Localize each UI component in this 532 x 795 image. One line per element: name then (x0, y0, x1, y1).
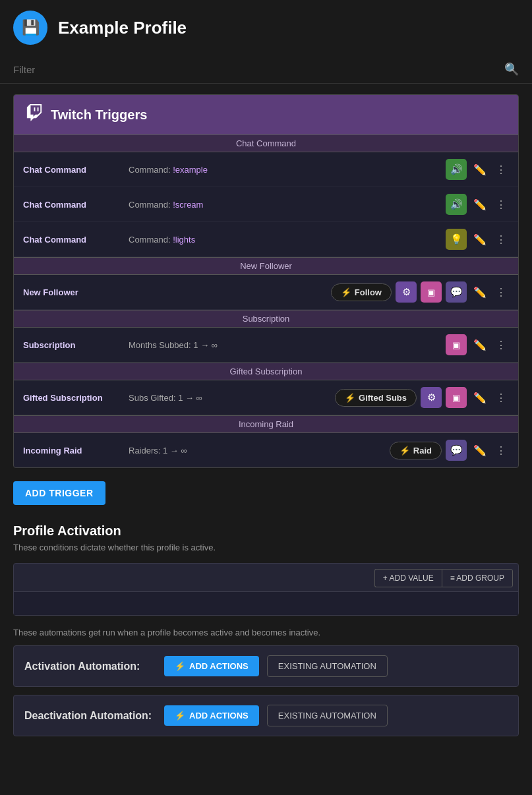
media-action-button[interactable]: ▣ (446, 387, 467, 408)
section-label-subscription: Subscription (14, 310, 518, 328)
lightning-icon: ⚡ (399, 446, 410, 456)
trigger-label: Incoming Raid (23, 446, 122, 456)
edit-button[interactable]: ✏️ (471, 442, 489, 459)
add-value-button[interactable]: + ADD VALUE (374, 569, 442, 587)
trigger-row: Gifted Subscription Subs Gifted: 1 → ∞ ⚡… (14, 380, 518, 415)
activation-add-actions-button[interactable]: ⚡ ADD ACTIONS (164, 656, 259, 676)
sound-action-button[interactable]: 🔊 (446, 159, 467, 180)
raid-label: Raid (413, 446, 432, 456)
trigger-details: Months Subbed: 1 → ∞ (129, 340, 439, 350)
search-icon: 🔍 (504, 62, 519, 76)
trigger-label: New Follower (23, 287, 122, 297)
more-button[interactable]: ⋮ (493, 231, 509, 249)
gifted-subs-pill-button[interactable]: ⚡ Gifted Subs (335, 389, 417, 407)
trigger-details: Command: !example (129, 165, 439, 175)
activation-empty-area (14, 591, 518, 615)
filter-bar: 🔍 (0, 55, 532, 84)
trigger-details: Raiders: 1 → ∞ (129, 446, 383, 456)
triggers-header: Twitch Triggers (14, 95, 518, 134)
chat-action-button[interactable]: 💬 (446, 281, 467, 303)
edit-button[interactable]: ✏️ (471, 389, 489, 407)
more-button[interactable]: ⋮ (493, 161, 509, 179)
section-label-new-follower: New Follower (14, 257, 518, 275)
trigger-actions: 🔊 ✏️ ⋮ (446, 159, 509, 180)
more-button[interactable]: ⋮ (493, 442, 509, 459)
trigger-actions: 🔊 ✏️ ⋮ (446, 194, 509, 215)
trigger-label: Subscription (23, 340, 122, 350)
automations-description: These automations get run when a profile… (13, 628, 519, 637)
main-content: Twitch Triggers Chat Command Chat Comman… (0, 84, 532, 755)
deactivation-add-actions-label: ADD ACTIONS (189, 711, 249, 721)
activation-conditions-box: + ADD VALUE ≡ ADD GROUP (13, 563, 519, 616)
trigger-row: Chat Command Command: !example 🔊 ✏️ ⋮ (14, 152, 518, 187)
profile-icon: 💾 (13, 11, 47, 45)
deactivation-add-actions-button[interactable]: ⚡ ADD ACTIONS (164, 705, 259, 726)
more-button[interactable]: ⋮ (493, 336, 509, 354)
trigger-row: Chat Command Command: !lights 💡 ✏️ ⋮ (14, 222, 518, 257)
activation-automation-row: Activation Automation: ⚡ ADD ACTIONS EXI… (13, 645, 519, 687)
media-action-button[interactable]: ▣ (446, 334, 467, 355)
section-label-chat-command: Chat Command (14, 134, 518, 152)
header: 💾 Example Profile (0, 0, 532, 55)
trigger-details: Command: !scream (129, 200, 439, 210)
edit-button[interactable]: ✏️ (471, 161, 489, 179)
chat-action-button[interactable]: 💬 (446, 440, 467, 461)
trigger-row: Subscription Months Subbed: 1 → ∞ ▣ ✏️ ⋮ (14, 328, 518, 363)
follow-pill-label: Follow (355, 287, 382, 297)
page-title: Example Profile (58, 18, 187, 38)
trigger-row: Chat Command Command: !scream 🔊 ✏️ ⋮ (14, 187, 518, 222)
trigger-details: Subs Gifted: 1 → ∞ (129, 393, 328, 403)
lightning-icon: ⚡ (345, 393, 355, 403)
add-trigger-button[interactable]: ADD TRIGGER (13, 481, 105, 505)
deactivation-automation-row: Deactivation Automation: ⚡ ADD ACTIONS E… (13, 695, 519, 736)
media-action-button[interactable]: ▣ (421, 281, 442, 303)
profile-activation-section: Profile Activation These conditions dict… (13, 523, 519, 736)
add-group-button[interactable]: ≡ ADD GROUP (442, 569, 513, 587)
section-label-incoming-raid: Incoming Raid (14, 415, 518, 433)
twitch-icon (26, 104, 43, 125)
filter-input[interactable] (13, 64, 504, 75)
deactivation-automation-label: Deactivation Automation: (24, 710, 156, 722)
trigger-label: Chat Command (23, 165, 122, 175)
sound-action-button[interactable]: 🔊 (446, 194, 467, 215)
edit-button[interactable]: ✏️ (471, 231, 489, 249)
raid-pill-button[interactable]: ⚡ Raid (390, 442, 442, 459)
lightning-icon: ⚡ (175, 661, 185, 671)
lightning-icon: ⚡ (175, 711, 185, 721)
trigger-label: Chat Command (23, 200, 122, 210)
trigger-actions: 💡 ✏️ ⋮ (446, 229, 509, 250)
settings-action-button[interactable]: ⚙ (421, 387, 442, 408)
more-button[interactable]: ⋮ (493, 389, 509, 407)
gifted-subs-label: Gifted Subs (359, 393, 407, 403)
trigger-actions: ▣ ✏️ ⋮ (446, 334, 509, 355)
trigger-actions: ⚡ Follow ⚙ ▣ 💬 ✏️ ⋮ (331, 281, 509, 303)
trigger-actions: ⚡ Gifted Subs ⚙ ▣ ✏️ ⋮ (335, 387, 509, 408)
activation-actions-row: + ADD VALUE ≡ ADD GROUP (14, 564, 518, 591)
settings-action-button[interactable]: ⚙ (396, 281, 417, 303)
activation-add-actions-label: ADD ACTIONS (189, 661, 249, 671)
edit-button[interactable]: ✏️ (471, 336, 489, 354)
edit-button[interactable]: ✏️ (471, 283, 489, 301)
deactivation-existing-automation-button[interactable]: EXISTING AUTOMATION (267, 705, 388, 726)
trigger-row: New Follower ⚡ Follow ⚙ ▣ 💬 ✏️ ⋮ (14, 275, 518, 310)
profile-activation-desc: These conditions dictate whether this pr… (13, 543, 519, 552)
triggers-header-title: Twitch Triggers (51, 107, 147, 123)
profile-activation-title: Profile Activation (13, 523, 519, 539)
trigger-details: Command: !lights (129, 235, 439, 245)
more-button[interactable]: ⋮ (493, 283, 509, 301)
trigger-label: Chat Command (23, 235, 122, 245)
section-label-gifted-subscription: Gifted Subscription (14, 363, 518, 380)
more-button[interactable]: ⋮ (493, 196, 509, 214)
lights-action-button[interactable]: 💡 (446, 229, 467, 250)
trigger-label: Gifted Subscription (23, 393, 122, 403)
edit-button[interactable]: ✏️ (471, 196, 489, 214)
follow-pill-button[interactable]: ⚡ Follow (331, 283, 392, 301)
twitch-triggers-card: Twitch Triggers Chat Command Chat Comman… (13, 94, 519, 468)
trigger-row: Incoming Raid Raiders: 1 → ∞ ⚡ Raid 💬 ✏️… (14, 433, 518, 467)
lightning-icon: ⚡ (341, 287, 351, 297)
activation-automation-label: Activation Automation: (24, 661, 156, 672)
activation-existing-automation-button[interactable]: EXISTING AUTOMATION (267, 655, 388, 677)
trigger-actions: ⚡ Raid 💬 ✏️ ⋮ (390, 440, 509, 461)
